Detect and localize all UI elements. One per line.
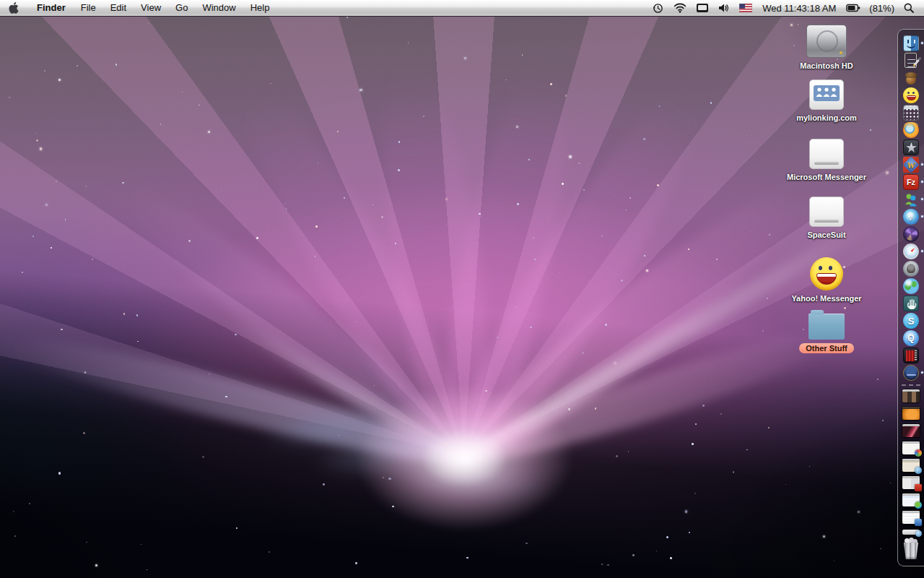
dock-app-textedit[interactable] — [898, 52, 924, 69]
dock-minimized-chat-window[interactable] — [898, 493, 924, 507]
dock-trash[interactable] — [898, 535, 924, 560]
desktop-icon-spacesuit[interactable]: SpaceSuit — [782, 197, 871, 239]
desktop-icon-label: Macintosh HD — [800, 61, 853, 70]
skype-icon: S — [903, 313, 919, 329]
imovie-star-icon — [903, 139, 919, 155]
menu-bar: Finder File Edit View Go Window Help — [0, 0, 924, 17]
menu-bar-status: Wed 11:43:18 AM (81%) — [650, 0, 924, 16]
filezilla-icon: Fz — [903, 174, 919, 190]
minimized-window-thumbnail — [902, 407, 920, 420]
browser-badge — [915, 467, 922, 474]
folder-icon — [808, 314, 845, 340]
dock-minimized-webpage-window[interactable] — [898, 458, 924, 473]
dock-app-porthole[interactable] — [898, 364, 924, 381]
running-indicator — [921, 198, 923, 200]
yahoo-smiley-icon — [903, 87, 919, 103]
dock-minimized-list-window[interactable] — [898, 510, 924, 525]
desktop-icon-mylionking[interactable]: mylionking.com — [782, 79, 871, 122]
dock-minimized-collapsed-window[interactable] — [898, 529, 924, 535]
dock-separator — [902, 384, 920, 386]
apple-icon — [9, 2, 19, 14]
dock-app-second-life[interactable] — [898, 295, 924, 312]
input-language-menu-extra[interactable] — [737, 0, 754, 16]
running-indicator — [921, 163, 923, 165]
music-note-glyph: ♪ — [903, 209, 919, 225]
dock-app-globe[interactable] — [898, 277, 924, 295]
acorn-icon — [903, 70, 919, 86]
menu-bar-left: Finder File Edit View Go Window Help — [0, 0, 276, 16]
desktop-icon-yahoo-messenger[interactable]: Yahoo! Messenger — [782, 257, 871, 303]
dock-app-filezilla[interactable]: Fz — [898, 173, 924, 191]
dock-app-camino[interactable] — [898, 260, 924, 277]
menu-edit[interactable]: Edit — [103, 0, 134, 16]
dock-app-safari[interactable] — [898, 243, 924, 260]
battery-menu-extra[interactable] — [844, 0, 863, 16]
filezilla-badge — [915, 484, 922, 491]
dock-app-msn-messenger[interactable] — [898, 191, 924, 208]
volume-icon — [718, 3, 730, 13]
battery-percent: (81%) — [868, 3, 896, 14]
dock-app-imovie[interactable] — [898, 139, 924, 156]
aurora-core-glow — [421, 429, 507, 487]
minimized-window-thumbnail — [902, 476, 920, 489]
display-icon — [696, 3, 709, 13]
second-life-hand-icon — [903, 296, 919, 311]
dock-minimized-lion-image-window[interactable] — [898, 406, 924, 420]
dock-app-itunes[interactable]: ♪ — [898, 208, 924, 225]
volume-menu-extra[interactable] — [716, 0, 732, 16]
battery-icon — [846, 4, 860, 12]
menu-window[interactable]: Window — [195, 0, 243, 16]
spotlight-menu-extra[interactable] — [901, 0, 917, 16]
desktop-icon-label: mylionking.com — [796, 113, 857, 122]
dock-app-firefox[interactable] — [898, 121, 924, 139]
menu-view[interactable]: View — [134, 0, 168, 16]
dock-minimized-photos-window[interactable] — [898, 389, 924, 403]
movie-theater-icon — [903, 348, 919, 363]
itunes-icon: ♪ — [903, 209, 919, 225]
dock-minimized-filezilla-window[interactable] — [898, 475, 924, 490]
menu-finder[interactable]: Finder — [29, 0, 74, 16]
minimized-window-thumbnail — [902, 530, 920, 535]
wifi-menu-extra[interactable] — [671, 0, 689, 16]
minimized-window-thumbnail — [902, 511, 920, 524]
w-glyph: W — [903, 157, 919, 173]
minimized-window-thumbnail — [902, 389, 920, 402]
desktop-icon-macintosh-hd[interactable]: Macintosh HD — [782, 25, 871, 70]
dock-app-purple-orb[interactable] — [898, 225, 924, 243]
running-indicator — [921, 181, 923, 183]
apple-menu[interactable] — [0, 0, 29, 16]
time-machine-menu-extra[interactable] — [650, 0, 666, 16]
desktop-icon-microsoft-messenger[interactable]: Microsoft Messenger — [782, 139, 871, 181]
dock-app-theater[interactable] — [898, 347, 924, 364]
fz-glyph: Fz — [904, 175, 918, 189]
yahoo-smiley-icon — [810, 257, 843, 290]
quicktime-icon: Q — [903, 330, 919, 346]
desktop-icon-label: Microsoft Messenger — [787, 173, 866, 181]
dock-app-finder[interactable] — [898, 35, 924, 52]
dock-app-calculator[interactable] — [898, 104, 924, 121]
msn-people-icon — [903, 191, 919, 207]
menu-file[interactable]: File — [74, 0, 103, 16]
desktop-icon-label-tagged: Other Stuff — [799, 343, 853, 353]
menu-bar-clock[interactable]: Wed 11:43:18 AM — [759, 3, 839, 14]
desktop-icon-other-stuff[interactable]: Other Stuff — [782, 309, 871, 353]
dock-minimized-artwork-window[interactable] — [898, 423, 924, 438]
hard-drive-icon — [806, 25, 847, 58]
dock-app-quicktime[interactable]: Q — [898, 329, 924, 347]
dock: W Fz ♪ — [897, 29, 924, 566]
menu-help[interactable]: Help — [243, 0, 277, 16]
us-flag-icon — [739, 4, 752, 12]
menu-go[interactable]: Go — [168, 0, 195, 16]
dock-app-skype[interactable]: S — [898, 312, 924, 329]
dock-app-yahoo-messenger[interactable] — [898, 87, 924, 104]
dock-app-acorn[interactable] — [898, 69, 924, 87]
calculator-icon — [903, 105, 919, 121]
purple-orb-icon — [903, 226, 919, 242]
dock-minimized-document-window[interactable] — [898, 441, 924, 455]
earth-globe-icon — [903, 278, 919, 294]
disk-volume-icon — [809, 197, 844, 227]
network-drive-icon — [809, 79, 844, 110]
displays-menu-extra[interactable] — [694, 0, 711, 16]
running-indicator — [921, 215, 923, 217]
dock-app-w-stamp[interactable]: W — [898, 156, 924, 173]
